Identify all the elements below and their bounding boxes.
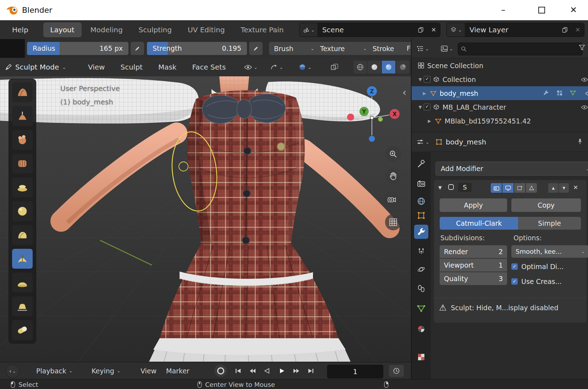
menu-face-sets[interactable]: Face Sets — [192, 63, 226, 71]
new-view-layer-button[interactable] — [559, 23, 571, 37]
collection-checkbox[interactable]: ✓ — [424, 76, 430, 83]
sculpt-brush-crease[interactable] — [12, 249, 33, 269]
move-up-button[interactable]: ▲ — [548, 183, 558, 193]
outliner-row-mblab-character[interactable]: ▼ ✓ MB_LAB_Character — [412, 100, 588, 114]
modifier-wrench-icon[interactable] — [543, 89, 549, 97]
sculpt-brush-clay-strips[interactable] — [12, 154, 33, 174]
play-button[interactable] — [275, 365, 288, 377]
minimize-button[interactable]: – — [490, 0, 516, 20]
tab-physics-properties[interactable] — [414, 262, 428, 276]
tab-world-properties[interactable] — [414, 194, 428, 208]
current-frame-field[interactable] — [327, 365, 383, 378]
ortho-grid-gizmo[interactable] — [385, 214, 401, 230]
disclosure-closed-icon[interactable]: ▶ — [421, 91, 428, 96]
scene-browse-button[interactable]: ⌄ — [300, 23, 318, 37]
menu-mask[interactable]: Mask — [158, 63, 177, 71]
outliner-display-mode-dropdown[interactable]: ⌄ — [441, 43, 453, 55]
sculpt-brush-blob[interactable] — [12, 225, 33, 245]
viewport-subdivisions-field[interactable]: Viewport 1 — [440, 259, 507, 272]
toggle-realtime[interactable] — [502, 183, 513, 193]
marker-menu[interactable]: Marker — [166, 362, 189, 379]
quality-field[interactable]: Quality 3 — [440, 272, 507, 285]
camera-view-gizmo[interactable] — [384, 191, 400, 208]
remove-view-layer-button[interactable]: ✕ — [571, 23, 584, 37]
strength-slider[interactable]: Strength 0.195 — [147, 42, 247, 55]
tab-material-properties[interactable] — [414, 322, 428, 336]
keying-menu[interactable]: Keying ⌄ — [92, 362, 121, 379]
disclosure-closed-icon[interactable]: ▶ — [426, 119, 433, 124]
disclosure-open-icon[interactable]: ▼ — [417, 77, 424, 82]
apply-button[interactable]: Apply — [440, 198, 507, 212]
menu-view[interactable]: View — [88, 63, 105, 71]
uv-smooth-dropdown[interactable]: Smooth, kee... ⌄ — [511, 245, 588, 258]
jump-to-end-button[interactable] — [304, 365, 318, 377]
sculpt-brush-smooth[interactable] — [12, 273, 33, 292]
sculpt-brush-draw-sharp[interactable] — [12, 106, 33, 126]
modifier-stack-icon[interactable] — [557, 89, 562, 97]
pan-gizmo[interactable] — [385, 168, 401, 184]
new-scene-button[interactable] — [414, 23, 427, 37]
tab-particle-properties[interactable] — [414, 244, 428, 258]
unlink-scene-button[interactable]: ✕ — [427, 23, 440, 37]
sculpt-brush-clay[interactable] — [12, 130, 33, 150]
delete-modifier-button[interactable]: ✕ — [573, 184, 578, 191]
move-down-button[interactable]: ▼ — [559, 183, 569, 193]
tab-modifier-properties[interactable] — [414, 225, 428, 239]
modifier-name-field[interactable]: S — [458, 183, 472, 192]
outliner-search[interactable] — [458, 43, 583, 55]
scene-selector[interactable]: ⌄ Scene ✕ — [299, 23, 440, 37]
visibility-eye-icon[interactable] — [581, 103, 588, 111]
catmull-clark-option[interactable]: Catmull-Clark — [440, 217, 518, 230]
sculpt-brush-grab[interactable] — [12, 320, 33, 340]
sculpt-brush-inflate[interactable] — [12, 201, 33, 221]
tab-texture-paint[interactable]: Texture Pain — [233, 22, 291, 37]
shading-solid[interactable] — [368, 61, 381, 73]
xray-toggle[interactable] — [331, 61, 339, 73]
disclosure-open-icon[interactable]: ▼ — [417, 105, 424, 110]
mesh-data-icon[interactable] — [570, 89, 576, 97]
strength-pressure-button[interactable] — [249, 42, 263, 55]
tab-layout[interactable]: Layout — [43, 22, 82, 37]
add-modifier-dropdown[interactable]: Add Modifier ⌄ — [435, 161, 588, 176]
help-menu[interactable]: Help — [12, 26, 28, 34]
clipped-panel-label[interactable]: F — [407, 39, 411, 58]
outliner-row-collection[interactable]: ▼ ✓ Collection — [412, 72, 588, 86]
outliner-row-body-mesh[interactable]: ▶ body_mesh — [412, 86, 588, 100]
shading-material-preview[interactable] — [382, 61, 395, 73]
sculpt-brush-layer[interactable] — [12, 177, 33, 197]
visibility-eye-icon[interactable] — [585, 89, 588, 97]
toggle-editmode[interactable] — [514, 183, 525, 193]
copy-button[interactable]: Copy — [511, 198, 581, 212]
visibility-eye-icon[interactable] — [581, 76, 588, 83]
playback-sync-button[interactable] — [389, 365, 404, 377]
properties-editor-type-dropdown[interactable]: ⌄ — [417, 139, 429, 145]
pin-icon[interactable] — [577, 138, 583, 146]
view-layer-browse-button[interactable]: ⌄ — [447, 23, 465, 37]
auto-keying-toggle[interactable] — [214, 365, 227, 377]
sculpt-brush-draw[interactable] — [12, 82, 33, 102]
stroke-dropdown[interactable]: Stroke ⌄ — [368, 42, 411, 55]
sculpt-brush-flatten[interactable] — [12, 296, 33, 316]
close-button[interactable]: ✕ — [561, 0, 586, 20]
outliner-row-mblab-mesh[interactable]: ▶ MBlab_bd1597552451.42 — [412, 114, 588, 128]
panel-disclosure-icon[interactable]: ▼ — [438, 185, 442, 190]
radius-slider[interactable]: Radius 165 px — [27, 42, 128, 55]
viewport-3d[interactable]: Z Y X User Perspective (1) body_mesh ‹ — [0, 76, 411, 362]
play-reverse-button[interactable] — [260, 365, 274, 377]
tab-render-properties[interactable] — [414, 176, 428, 191]
timeline-editor-menu[interactable]: ‹ ⌄ — [6, 364, 20, 378]
gizmos-dropdown[interactable]: ⌄ — [270, 61, 283, 73]
tab-data-properties[interactable] — [414, 301, 428, 316]
simple-option[interactable]: Simple — [518, 217, 581, 230]
playback-menu[interactable]: Playback ⌄ — [36, 362, 73, 379]
radius-pressure-button[interactable] — [131, 42, 144, 55]
visibility-dropdown[interactable]: ⌄ — [244, 61, 258, 73]
mode-dropdown[interactable]: Sculpt Mode ⌄ — [5, 58, 66, 76]
shading-wireframe[interactable] — [353, 61, 367, 73]
brush-dropdown[interactable]: Brush ⌄ — [269, 42, 318, 55]
shading-rendered[interactable] — [396, 61, 410, 73]
zoom-gizmo[interactable] — [385, 146, 401, 162]
tab-tool-properties[interactable] — [414, 157, 428, 171]
toggle-render[interactable] — [491, 183, 502, 193]
outliner-filter-button[interactable] — [579, 44, 585, 52]
